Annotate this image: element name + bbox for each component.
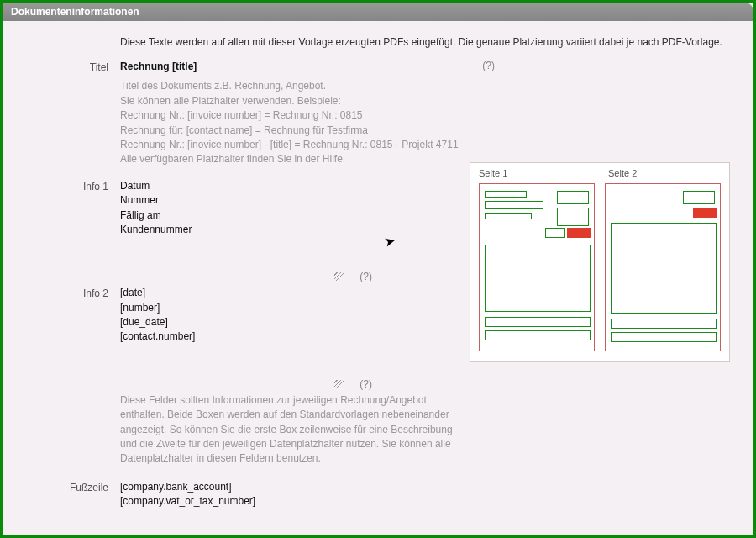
- info2-help-icon[interactable]: (?): [360, 378, 372, 390]
- preview-block: [485, 317, 591, 327]
- title-help-line: Rechnung für: [contact.name] = Rechnung …: [120, 124, 473, 138]
- title-help-text: Titel des Dokuments z.B. Rechnung, Angeb…: [120, 79, 473, 166]
- title-help-icon[interactable]: (?): [482, 60, 495, 71]
- info1-footer: (?): [120, 271, 372, 282]
- info2-footer: (?): [120, 378, 372, 390]
- resize-handle-icon[interactable]: [334, 272, 346, 281]
- footer-line: [company.vat_or_tax_number]: [120, 494, 255, 509]
- preview-block: [545, 228, 565, 238]
- info-description: Diese Felder sollten Informationen zur j…: [120, 393, 456, 467]
- preview-block-highlight: [567, 228, 591, 238]
- preview-page-1: [479, 183, 595, 351]
- preview-block: [485, 191, 527, 198]
- preview-pages: [479, 183, 721, 351]
- preview-block-highlight: [693, 208, 717, 218]
- info1-help-icon[interactable]: (?): [360, 271, 372, 282]
- preview-block: [611, 319, 717, 329]
- info2-line: [date]: [120, 286, 195, 300]
- page1-label: Seite 1: [479, 168, 591, 178]
- title-help-line: Sie können alle Platzhalter verwenden. B…: [120, 94, 473, 108]
- title-input[interactable]: Rechnung [title]: [120, 60, 197, 74]
- section-title: Dokumenteninformationen: [11, 6, 139, 18]
- preview-page-2: [605, 183, 721, 351]
- title-help-line: Alle verfügbaren Platzhalter finden Sie …: [120, 152, 473, 166]
- info2-label: Info 2: [19, 286, 120, 299]
- footer-row: Fußzeile [company.bank_account] [company…: [19, 480, 737, 509]
- info2-line: [contact.number]: [120, 330, 195, 344]
- title-help-line: Rechnung Nr.: [invoice.number] = Rechnun…: [120, 108, 473, 123]
- section-header: Dokumenteninformationen: [3, 3, 753, 21]
- footer-label: Fußzeile: [19, 480, 120, 493]
- info2-textarea[interactable]: [date] [number] [due_date] [contact.numb…: [120, 286, 195, 345]
- info2-line: [due_date]: [120, 315, 195, 330]
- pdf-preview-panel: Seite 1 Seite 2: [470, 162, 730, 362]
- resize-handle-icon[interactable]: [334, 380, 346, 388]
- title-row: Titel Rechnung [title] (?): [19, 60, 737, 74]
- info1-line: Datum: [120, 179, 192, 193]
- title-help-line: Rechnung Nr.: [inovice.number] - [title]…: [120, 138, 473, 152]
- info1-line: Fällig am: [120, 208, 192, 223]
- title-label: Titel: [19, 60, 120, 73]
- info1-line: Nummer: [120, 193, 192, 208]
- footer-line: [company.bank_account]: [120, 480, 255, 494]
- preview-block: [485, 213, 532, 219]
- info1-textarea[interactable]: Datum Nummer Fällig am Kundennummer: [120, 179, 192, 238]
- info2-line: [number]: [120, 301, 195, 315]
- preview-block: [485, 330, 591, 340]
- preview-block: [611, 223, 717, 314]
- title-help-line: Titel des Dokuments z.B. Rechnung, Angeb…: [120, 79, 473, 93]
- preview-block: [485, 245, 591, 312]
- intro-text: Diese Texte werden auf allen mit dieser …: [120, 36, 737, 48]
- footer-textarea[interactable]: [company.bank_account] [company.vat_or_t…: [120, 480, 255, 509]
- preview-block: [557, 208, 589, 226]
- preview-block: [611, 332, 717, 342]
- preview-headers: Seite 1 Seite 2: [479, 168, 721, 178]
- preview-block: [683, 191, 715, 204]
- page2-label: Seite 2: [608, 168, 721, 178]
- preview-block: [557, 191, 589, 204]
- info1-line: Kundennummer: [120, 223, 192, 237]
- info1-label: Info 1: [19, 179, 120, 193]
- preview-block: [485, 201, 543, 209]
